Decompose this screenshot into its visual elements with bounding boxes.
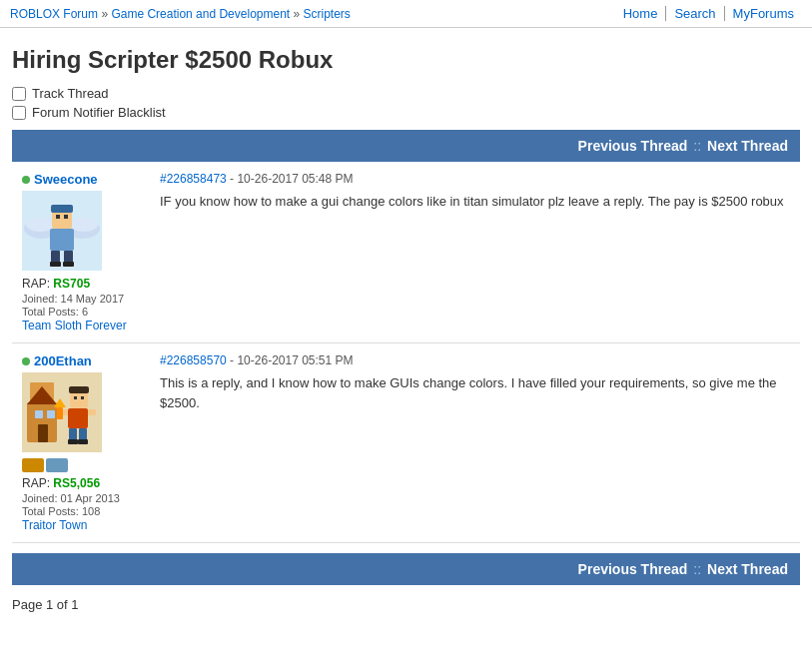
svg-rect-20 — [38, 424, 48, 442]
bc-badge — [22, 458, 44, 472]
forum-notifier-label: Forum Notifier Blacklist — [32, 105, 166, 120]
rap-line: RAP: RS705 — [22, 277, 90, 291]
thread-nav-bar-top: Previous Thread :: Next Thread — [12, 130, 800, 162]
post-date: 10-26-2017 05:48 PM — [237, 172, 353, 186]
author-name-link[interactable]: 200Ethan — [34, 353, 92, 368]
svg-rect-5 — [50, 229, 74, 251]
top-nav: ROBLOX Forum » Game Creation and Develop… — [0, 0, 812, 28]
page-title: Hiring Scripter $2500 Robux — [12, 46, 800, 74]
main-content: Hiring Scripter $2500 Robux Track Thread… — [0, 28, 812, 626]
breadcrumb-category-link[interactable]: Game Creation and Development — [111, 7, 290, 21]
svg-rect-18 — [35, 410, 43, 418]
track-thread-row: Track Thread — [12, 86, 800, 101]
svg-rect-30 — [74, 396, 77, 399]
svg-rect-7 — [51, 205, 73, 213]
author-name-row: Sweecone — [22, 172, 98, 187]
total-posts-line: Total Posts: 6 — [22, 306, 88, 318]
breadcrumb-subcategory-link[interactable]: Scripters — [304, 7, 351, 21]
post-row: 200Ethan — [12, 343, 800, 543]
next-thread-link-bottom[interactable]: Next Thread — [707, 561, 788, 577]
post-meta: #226858570 - 10-26-2017 05:51 PM — [160, 353, 792, 367]
home-link[interactable]: Home — [615, 6, 667, 21]
post-id-link[interactable]: #226858570 — [160, 353, 227, 367]
svg-rect-19 — [47, 410, 55, 418]
post-meta: #226858473 - 10-26-2017 05:48 PM — [160, 172, 792, 186]
svg-point-3 — [26, 218, 54, 232]
clan-link[interactable]: Traitor Town — [22, 518, 87, 532]
previous-thread-link-bottom[interactable]: Previous Thread — [578, 561, 688, 577]
badges-row — [22, 458, 68, 472]
svg-rect-12 — [50, 262, 61, 267]
svg-rect-29 — [78, 439, 88, 444]
page-info: Page 1 of 1 — [12, 593, 800, 616]
rap-line: RAP: RS5,056 — [22, 476, 100, 490]
breadcrumb: ROBLOX Forum » Game Creation and Develop… — [10, 7, 351, 21]
joined-line: Joined: 01 Apr 2013 — [22, 492, 120, 504]
tbc-badge — [46, 458, 68, 472]
search-link[interactable]: Search — [666, 6, 724, 21]
joined-line: Joined: 14 May 2017 — [22, 293, 124, 305]
avatar — [22, 372, 102, 452]
post-row: Sweecone — [12, 162, 800, 343]
post-body: This is a reply, and I know how to make … — [160, 373, 792, 412]
post-body: IF you know how to make a gui change col… — [160, 192, 792, 212]
post-content-col: #226858473 - 10-26-2017 05:48 PM IF you … — [152, 172, 800, 333]
previous-thread-link-top[interactable]: Previous Thread — [578, 138, 688, 154]
forum-notifier-row: Forum Notifier Blacklist — [12, 105, 800, 120]
author-name-row: 200Ethan — [22, 353, 92, 368]
svg-rect-13 — [63, 262, 74, 267]
svg-rect-8 — [56, 215, 60, 219]
svg-rect-23 — [68, 408, 88, 428]
online-indicator — [22, 357, 30, 365]
svg-rect-31 — [81, 396, 84, 399]
post-author-col: 200Ethan — [12, 353, 152, 532]
nav-links: Home Search MyForums — [615, 6, 802, 21]
author-name-link[interactable]: Sweecone — [34, 172, 98, 187]
post-id-link[interactable]: #226858473 — [160, 172, 227, 186]
track-thread-label: Track Thread — [32, 86, 109, 101]
nav-separator-top: :: — [693, 138, 701, 154]
post-date: 10-26-2017 05:51 PM — [237, 353, 353, 367]
svg-rect-32 — [57, 407, 63, 419]
next-thread-link-top[interactable]: Next Thread — [707, 138, 788, 154]
svg-rect-28 — [68, 439, 78, 444]
svg-point-4 — [70, 218, 98, 232]
clan-link[interactable]: Team Sloth Forever — [22, 319, 127, 333]
svg-rect-9 — [64, 215, 68, 219]
forum-notifier-checkbox[interactable] — [12, 106, 26, 120]
thread-nav-bar-bottom: Previous Thread :: Next Thread — [12, 553, 800, 585]
post-content-col: #226858570 - 10-26-2017 05:51 PM This is… — [152, 353, 800, 532]
avatar-image — [22, 372, 102, 452]
svg-rect-22 — [69, 386, 89, 393]
track-thread-checkbox[interactable] — [12, 87, 26, 101]
total-posts-line: Total Posts: 108 — [22, 505, 100, 517]
post-author-col: Sweecone — [12, 172, 152, 333]
nav-separator-bottom: :: — [693, 561, 701, 577]
svg-rect-25 — [88, 409, 96, 415]
breadcrumb-forum-link[interactable]: ROBLOX Forum — [10, 7, 98, 21]
avatar-image — [22, 191, 102, 271]
avatar — [22, 191, 102, 271]
online-indicator — [22, 176, 30, 184]
rap-value: RS705 — [53, 277, 90, 291]
myforums-link[interactable]: MyForums — [725, 6, 802, 21]
rap-value: RS5,056 — [53, 476, 100, 490]
